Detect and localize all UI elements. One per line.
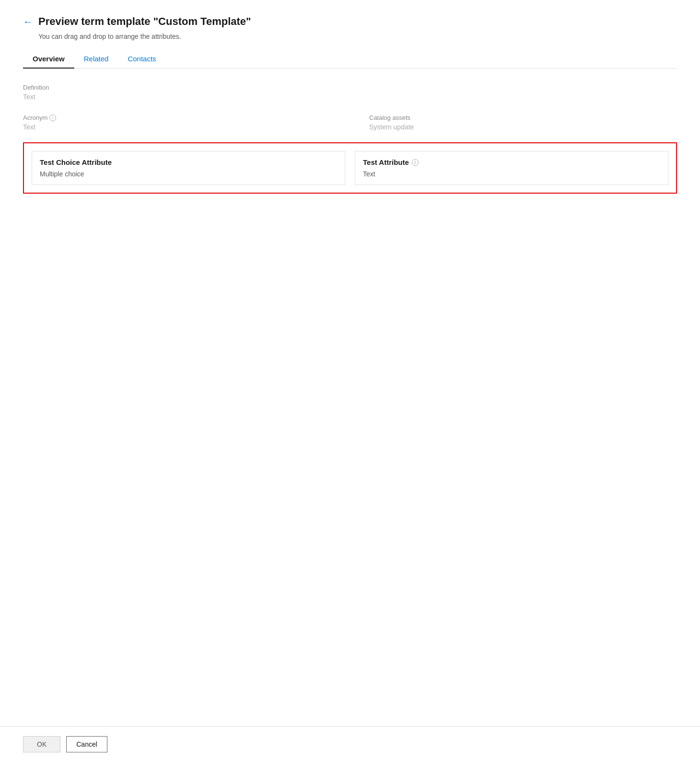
content-area: Definition Text Acronym i Text Catalog a…	[23, 84, 677, 726]
page-title: Preview term template "Custom Template"	[38, 15, 251, 28]
acronym-value: Text	[23, 123, 331, 131]
catalog-assets-value: System update	[369, 123, 677, 131]
tab-contacts[interactable]: Contacts	[118, 50, 165, 69]
choice-attribute-card: Test Choice Attribute Multiple choice	[32, 151, 345, 185]
acronym-field: Acronym i Text	[23, 114, 331, 131]
text-attribute-card: Test Attribute i Text	[355, 151, 668, 185]
text-attribute-info-icon: i	[412, 159, 419, 166]
cancel-button[interactable]: Cancel	[66, 736, 107, 752]
acronym-info-icon: i	[49, 115, 56, 121]
catalog-assets-label: Catalog assets	[369, 114, 677, 121]
footer: OK Cancel	[0, 726, 700, 762]
text-attribute-value: Text	[363, 170, 660, 178]
acronym-label: Acronym i	[23, 114, 331, 121]
choice-attribute-title: Test Choice Attribute	[40, 158, 337, 166]
page-subtitle: You can drag and drop to arrange the att…	[38, 33, 677, 40]
definition-label: Definition	[23, 84, 677, 91]
choice-attribute-value: Multiple choice	[40, 170, 337, 178]
definition-value: Text	[23, 93, 677, 101]
catalog-assets-field: Catalog assets System update	[369, 114, 677, 131]
tab-overview[interactable]: Overview	[23, 50, 74, 69]
tabs-container: Overview Related Contacts	[23, 50, 677, 69]
ok-button[interactable]: OK	[23, 736, 60, 752]
acronym-catalog-row: Acronym i Text Catalog assets System upd…	[23, 114, 677, 131]
text-attribute-title: Test Attribute i	[363, 158, 660, 166]
back-button[interactable]: ←	[23, 16, 33, 27]
custom-attributes-box: Test Choice Attribute Multiple choice Te…	[23, 142, 677, 194]
definition-field: Definition Text	[23, 84, 677, 101]
tab-related[interactable]: Related	[74, 50, 118, 69]
